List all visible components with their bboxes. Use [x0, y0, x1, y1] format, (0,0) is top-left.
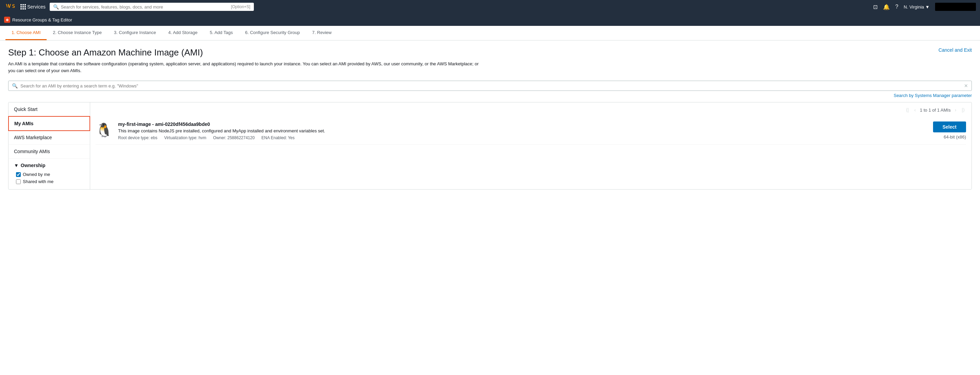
owned-by-me-label: Owned by me [23, 172, 50, 177]
ami-card: 🐧 my-first-image - ami-0220df456daa9bde0… [95, 118, 966, 145]
ami-actions: Select 64-bit (x86) [933, 121, 966, 140]
ami-search-icon: 🔍 [12, 83, 18, 89]
ami-architecture: 64-bit (x86) [943, 134, 966, 140]
ami-owner: Owner: 258862274120 [213, 135, 255, 140]
tab-add-tags[interactable]: 5. Add Tags [204, 26, 239, 40]
page-header: Step 1: Choose an Amazon Machine Image (… [8, 47, 972, 58]
tab-choose-instance[interactable]: 2. Choose Instance Type [47, 26, 108, 40]
nav-right-area: ⊡ 🔔 ? N. Virginia ▼ [873, 3, 976, 11]
ami-id: ami-0220df456daa9bde0 [155, 121, 210, 127]
ami-list-area: ⟨| ‹ 1 to 1 of 1 AMIs › |⟩ 🐧 my-first-im… [90, 102, 972, 189]
help-icon[interactable]: ? [895, 4, 898, 10]
tab-choose-ami[interactable]: 1. Choose AMI [5, 26, 47, 40]
terminal-icon[interactable]: ⊡ [873, 4, 878, 10]
ami-root-device-type: Root device type: ebs [118, 135, 157, 140]
main-content: Step 1: Choose an Amazon Machine Image (… [0, 40, 980, 196]
ami-name-id: my-first-image - ami-0220df456daa9bde0 [118, 121, 928, 127]
ami-name: my-first-image [118, 121, 151, 127]
shared-with-me-row[interactable]: Shared with me [16, 178, 84, 185]
ami-virtualization-type: Virtualization type: hvm [164, 135, 206, 140]
cancel-exit-link[interactable]: Cancel and Exit [939, 47, 972, 53]
ami-metadata: Root device type: ebs Virtualization typ… [118, 135, 928, 140]
region-selector[interactable]: N. Virginia ▼ [904, 5, 930, 10]
secondary-navigation: ⊕ Resource Groups & Tag Editor [0, 14, 980, 26]
bell-icon[interactable]: 🔔 [883, 4, 890, 10]
sidebar-item-community-amis[interactable]: Community AMIs [8, 145, 90, 159]
global-search-input[interactable] [61, 5, 229, 10]
ssm-search-link[interactable]: Search by Systems Manager parameter [8, 93, 972, 98]
ami-dash: - [152, 121, 155, 127]
resource-groups-icon: ⊕ [4, 17, 10, 23]
body-layout: Quick Start My AMIs AWS Marketplace Comm… [8, 102, 972, 189]
pagination-first-btn[interactable]: ⟨| [904, 106, 910, 113]
select-ami-button[interactable]: Select [933, 121, 966, 132]
shared-with-me-checkbox[interactable] [16, 180, 21, 184]
ownership-checkboxes: Owned by me Shared with me [8, 170, 90, 189]
pagination-prev-btn[interactable]: ‹ [913, 106, 917, 113]
pagination-text: 1 to 1 of 1 AMIs [920, 108, 950, 113]
search-icon: 🔍 [53, 4, 59, 10]
global-search-bar[interactable]: 🔍 [Option+S] [50, 3, 254, 11]
grid-icon [21, 4, 26, 10]
wizard-tabs: 1. Choose AMI 2. Choose Instance Type 3.… [0, 26, 980, 40]
clear-search-icon[interactable]: ✕ [964, 83, 968, 89]
owned-by-me-row[interactable]: Owned by me [16, 171, 84, 178]
ownership-label: Ownership [21, 163, 45, 168]
ami-search-bar[interactable]: 🔍 ✕ [8, 81, 972, 91]
search-shortcut: [Option+S] [231, 5, 250, 9]
ami-search-input[interactable] [21, 83, 961, 89]
top-navigation: Services 🔍 [Option+S] ⊡ 🔔 ? N. Virginia … [0, 0, 980, 14]
owned-by-me-checkbox[interactable] [16, 172, 21, 177]
pagination-last-btn[interactable]: |⟩ [960, 106, 966, 113]
ami-info: my-first-image - ami-0220df456daa9bde0 T… [118, 121, 928, 140]
page-title: Step 1: Choose an Amazon Machine Image (… [8, 47, 203, 58]
tab-add-storage[interactable]: 4. Add Storage [162, 26, 204, 40]
pagination-next-btn[interactable]: › [953, 106, 958, 113]
services-menu[interactable]: Services [21, 4, 46, 10]
shared-with-me-label: Shared with me [23, 179, 53, 184]
sidebar-item-aws-marketplace[interactable]: AWS Marketplace [8, 131, 90, 145]
ownership-chevron-icon: ▼ [14, 163, 19, 168]
ami-os-icon: 🐧 [95, 122, 113, 138]
tab-configure-sg[interactable]: 6. Configure Security Group [239, 26, 306, 40]
sidebar: Quick Start My AMIs AWS Marketplace Comm… [8, 102, 90, 189]
tab-configure-instance[interactable]: 3. Configure Instance [108, 26, 162, 40]
ownership-section: ▼ Ownership [8, 159, 90, 170]
content-header: ⟨| ‹ 1 to 1 of 1 AMIs › |⟩ [95, 106, 966, 113]
aws-logo[interactable] [4, 3, 16, 11]
tab-review[interactable]: 7. Review [306, 26, 337, 40]
services-label: Services [27, 4, 46, 10]
account-menu[interactable] [935, 3, 976, 11]
resource-groups-label: Resource Groups & Tag Editor [12, 17, 72, 22]
sidebar-item-quick-start[interactable]: Quick Start [8, 102, 90, 116]
sidebar-item-my-amis[interactable]: My AMIs [8, 116, 90, 131]
ami-description: This image contains NodeJS pre installed… [118, 128, 928, 133]
ami-ena-enabled: ENA Enabled: Yes [261, 135, 294, 140]
page-description: An AMI is a template that contains the s… [8, 60, 485, 74]
